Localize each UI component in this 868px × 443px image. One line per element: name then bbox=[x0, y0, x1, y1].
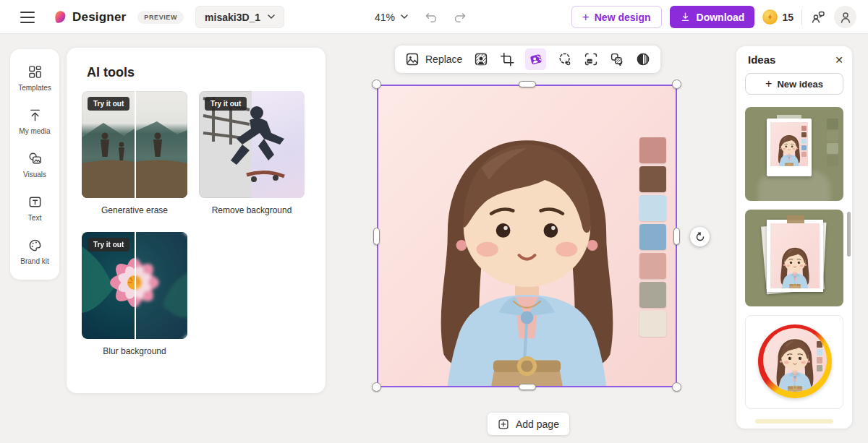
zoom-dropdown[interactable]: 41% bbox=[375, 12, 408, 23]
preview-badge: PREVIEW bbox=[137, 11, 184, 24]
document-name: misaki3D_1 bbox=[205, 12, 260, 23]
contrast-icon bbox=[636, 52, 650, 66]
chevron-down-icon bbox=[268, 14, 275, 20]
frame-fit-tool-button[interactable] bbox=[583, 51, 598, 67]
palette-swatch-4[interactable] bbox=[639, 224, 666, 250]
resize-handle-top-right[interactable] bbox=[672, 79, 681, 89]
lasso-icon bbox=[558, 52, 572, 66]
tool-label: Blur background bbox=[82, 346, 187, 356]
person-feedback-icon bbox=[810, 9, 826, 25]
sidebar-item-my-media[interactable]: My media bbox=[13, 100, 56, 143]
resize-handle-bottom-right[interactable] bbox=[672, 382, 681, 392]
palette-swatch-7[interactable] bbox=[639, 311, 666, 337]
plus-icon: + bbox=[765, 77, 772, 90]
replace-button[interactable]: Replace bbox=[405, 52, 462, 66]
before-after-divider bbox=[135, 232, 136, 339]
idea-thumbnail-photo-stack[interactable] bbox=[745, 210, 843, 306]
feedback-button[interactable] bbox=[810, 9, 826, 25]
credits-count: 15 bbox=[782, 12, 793, 23]
chevron-down-icon bbox=[401, 14, 408, 20]
try-it-out-badge: Try it out bbox=[205, 97, 247, 111]
coin-icon bbox=[762, 9, 778, 25]
download-button[interactable]: Download bbox=[670, 6, 755, 28]
resize-handle-left[interactable] bbox=[373, 228, 380, 245]
ideas-title: Ideas bbox=[748, 53, 775, 66]
selected-canvas-image[interactable] bbox=[377, 85, 677, 387]
app-logo[interactable]: Designer bbox=[52, 9, 126, 25]
visuals-icon bbox=[27, 151, 43, 166]
sidebar-item-visuals[interactable]: Visuals bbox=[13, 143, 56, 186]
palette-swatch-2[interactable] bbox=[639, 166, 666, 192]
add-page-icon bbox=[498, 418, 509, 430]
rotate-handle[interactable] bbox=[690, 227, 710, 246]
idea-thumbnail-polaroid[interactable] bbox=[745, 107, 843, 201]
document-name-dropdown[interactable]: misaki3D_1 bbox=[195, 6, 284, 28]
zoom-level: 41% bbox=[375, 12, 395, 23]
mini-palette bbox=[817, 341, 822, 371]
rotate-icon bbox=[695, 232, 705, 242]
generative-erase-preview-image: Try it out bbox=[82, 91, 187, 198]
add-page-button[interactable]: Add page bbox=[488, 413, 569, 435]
color-palette-column bbox=[639, 137, 666, 337]
girl-character-artwork bbox=[378, 86, 676, 386]
menu-icon[interactable] bbox=[20, 12, 35, 23]
new-design-button[interactable]: + New design bbox=[571, 6, 662, 28]
adjust-contrast-tool-button[interactable] bbox=[635, 51, 650, 67]
person-icon bbox=[838, 10, 853, 25]
ideas-scrollbar[interactable] bbox=[847, 212, 851, 257]
app-title: Designer bbox=[72, 10, 126, 25]
account-button[interactable] bbox=[834, 6, 856, 28]
tool-card-generative-erase[interactable]: Try it out Generative erase bbox=[82, 91, 187, 215]
download-icon bbox=[680, 12, 691, 22]
remove-background-preview-image: Try it out bbox=[199, 91, 305, 198]
resize-handle-right[interactable] bbox=[673, 228, 680, 245]
resize-handle-bottom-left[interactable] bbox=[372, 382, 381, 392]
resize-handle-top[interactable] bbox=[519, 81, 536, 87]
person-background-icon bbox=[474, 52, 488, 66]
tool-label: Generative erase bbox=[82, 205, 187, 215]
tool-card-blur-background[interactable]: Try it out Blur background bbox=[82, 232, 187, 356]
blurred-half bbox=[135, 232, 187, 339]
sidebar-item-templates[interactable]: Templates bbox=[13, 56, 56, 100]
try-it-out-badge: Try it out bbox=[88, 238, 129, 251]
redo-icon bbox=[454, 10, 467, 24]
tool-card-remove-background[interactable]: Try it out Remove background bbox=[199, 91, 305, 215]
divider bbox=[801, 9, 802, 25]
crop-tool-button[interactable] bbox=[499, 51, 514, 67]
try-it-out-badge: Try it out bbox=[88, 97, 129, 111]
credits-indicator[interactable]: 15 bbox=[762, 9, 793, 25]
image-toolbar: Replace bbox=[395, 46, 660, 73]
new-ideas-button[interactable]: + New ideas bbox=[745, 73, 843, 95]
idea-swatch-column bbox=[827, 119, 838, 166]
palette-swatch-6[interactable] bbox=[639, 282, 666, 308]
restyle-tool-button-active[interactable] bbox=[525, 48, 546, 70]
background-blur-tool-button[interactable] bbox=[473, 51, 488, 67]
panel-title: AI tools bbox=[87, 65, 135, 80]
upload-icon bbox=[27, 108, 43, 123]
before-after-divider bbox=[135, 91, 136, 198]
crop-icon bbox=[500, 52, 514, 66]
left-sidebar: Templates My media Visuals Text Brand ki… bbox=[10, 49, 59, 280]
redo-button[interactable] bbox=[454, 10, 467, 24]
sidebar-item-text[interactable]: Text bbox=[13, 186, 56, 230]
undo-button[interactable] bbox=[424, 10, 438, 24]
undo-icon bbox=[424, 10, 438, 24]
ai-restyle-icon bbox=[529, 52, 543, 66]
text-icon bbox=[27, 194, 43, 210]
resize-handle-top-left[interactable] bbox=[372, 79, 381, 89]
next-idea-peek bbox=[755, 419, 833, 423]
close-icon[interactable]: ✕ bbox=[835, 55, 843, 65]
sidebar-item-brand-kit[interactable]: Brand kit bbox=[13, 230, 56, 273]
lasso-select-tool-button[interactable] bbox=[557, 51, 572, 67]
palette-swatch-3[interactable] bbox=[639, 195, 666, 221]
palette-swatch-1[interactable] bbox=[639, 137, 666, 163]
variations-tool-button[interactable] bbox=[609, 51, 624, 67]
idea-thumbnail-circle-badge[interactable] bbox=[745, 315, 843, 409]
tool-label: Remove background bbox=[199, 205, 305, 215]
image-frame-icon bbox=[584, 52, 598, 66]
blur-background-preview-image: Try it out bbox=[82, 232, 187, 339]
ai-tools-panel: AI tools Try it out Generative erase Try… bbox=[67, 48, 326, 393]
variations-icon bbox=[610, 52, 624, 66]
palette-swatch-5[interactable] bbox=[639, 253, 666, 279]
resize-handle-bottom[interactable] bbox=[519, 384, 536, 390]
